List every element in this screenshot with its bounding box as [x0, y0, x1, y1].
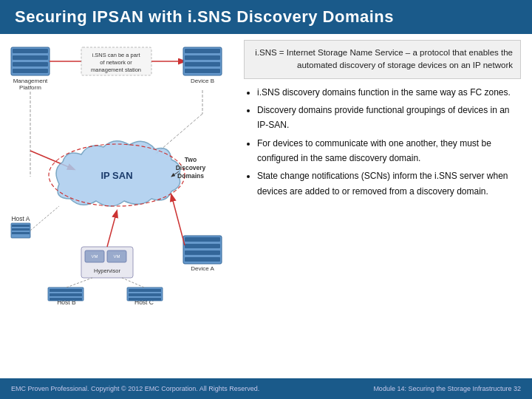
svg-text:of network or: of network or — [100, 59, 132, 66]
svg-rect-48 — [50, 293, 82, 296]
svg-rect-29 — [12, 232, 30, 234]
svg-text:Device B: Device B — [191, 78, 214, 84]
svg-text:VM: VM — [114, 254, 120, 259]
svg-rect-54 — [129, 298, 161, 301]
svg-rect-40 — [185, 244, 220, 248]
svg-rect-2 — [13, 55, 48, 60]
svg-text:Host A: Host A — [11, 215, 30, 222]
svg-rect-53 — [129, 293, 161, 296]
svg-rect-39 — [185, 237, 220, 242]
svg-line-44 — [171, 195, 185, 245]
bullet-list: i.SNS discovery domains function in the … — [244, 85, 521, 200]
slide-body: Management Platform i.SNS can be a part … — [0, 34, 532, 375]
svg-rect-49 — [50, 298, 82, 301]
slide-footer: EMC Proven Professional. Copyright © 201… — [0, 378, 532, 399]
svg-line-37 — [107, 211, 117, 247]
svg-line-55 — [66, 278, 92, 287]
bullet-section: i.SNS discovery domains function in the … — [244, 85, 521, 372]
diagram-svg: Management Platform i.SNS can be a part … — [7, 40, 236, 328]
svg-text:Hypervisor: Hypervisor — [94, 267, 120, 274]
svg-rect-28 — [12, 228, 30, 231]
svg-rect-3 — [13, 62, 48, 66]
bullet-item-1: i.SNS discovery domains function in the … — [257, 85, 521, 100]
svg-rect-16 — [185, 62, 220, 66]
isns-definition: i.SNS = Internet Storage Name Service – … — [244, 40, 521, 79]
svg-line-30 — [30, 206, 59, 231]
svg-rect-4 — [13, 69, 48, 73]
footer-right: Module 14: Securing the Storage Infrastr… — [373, 385, 521, 392]
svg-text:Management: Management — [13, 78, 48, 84]
diagram-area: Management Platform i.SNS can be a part … — [0, 34, 236, 375]
svg-rect-42 — [185, 257, 220, 262]
svg-rect-17 — [185, 69, 220, 73]
svg-rect-47 — [50, 289, 82, 292]
svg-rect-1 — [13, 49, 48, 53]
bullet-item-4: State change notifications (SCNs) inform… — [257, 168, 521, 199]
slide: Securing IPSAN with i.SNS Discovery Doma… — [0, 0, 532, 399]
svg-text:IP SAN: IP SAN — [100, 170, 132, 181]
isns-definition-text: i.SNS = Internet Storage Name Service – … — [255, 48, 513, 69]
bullet-item-2: Discovery domains provide functional gro… — [257, 103, 521, 133]
svg-rect-41 — [185, 250, 220, 255]
svg-text:management station: management station — [91, 66, 141, 73]
svg-rect-52 — [129, 289, 161, 292]
bullet-item-3: For devices to communicate with one anot… — [257, 136, 521, 166]
svg-text:Discovery: Discovery — [176, 164, 206, 171]
svg-rect-14 — [185, 49, 220, 53]
svg-text:Domains: Domains — [177, 172, 204, 180]
svg-text:Two: Two — [185, 156, 197, 163]
slide-header: Securing IPSAN with i.SNS Discovery Doma… — [0, 0, 532, 34]
svg-text:VM: VM — [92, 254, 98, 259]
svg-rect-27 — [12, 225, 30, 227]
svg-text:Platform: Platform — [19, 84, 41, 91]
footer-left: EMC Proven Professional. Copyright © 201… — [11, 385, 259, 392]
svg-rect-15 — [185, 55, 220, 60]
text-area: i.SNS = Internet Storage Name Service – … — [236, 34, 532, 375]
svg-text:Device A: Device A — [191, 265, 214, 272]
svg-text:i.SNS can be a part: i.SNS can be a part — [92, 52, 140, 58]
slide-title: Securing IPSAN with i.SNS Discovery Doma… — [15, 7, 394, 26]
svg-line-56 — [122, 278, 144, 287]
